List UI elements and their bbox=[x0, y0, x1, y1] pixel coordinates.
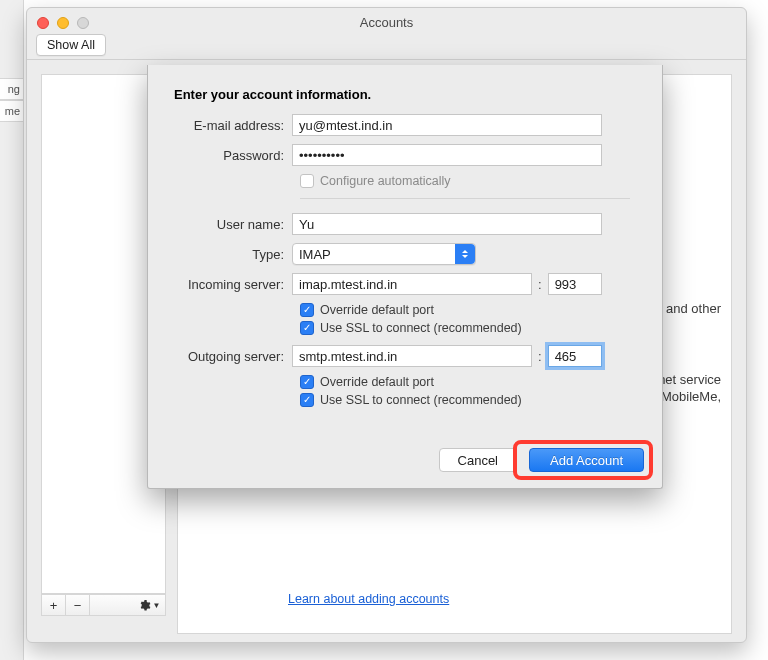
incoming-ssl-checkbox[interactable] bbox=[300, 321, 314, 335]
incoming-server-field[interactable] bbox=[292, 273, 532, 295]
outgoing-override-port-checkbox[interactable] bbox=[300, 375, 314, 389]
type-label: Type: bbox=[174, 247, 292, 262]
add-account-button-primary[interactable]: Add Account bbox=[529, 448, 644, 472]
learn-link[interactable]: Learn about adding accounts bbox=[288, 592, 449, 606]
select-stepper-icon bbox=[455, 244, 475, 264]
password-label: Password: bbox=[174, 148, 292, 163]
window-minimize-icon[interactable] bbox=[57, 17, 69, 29]
accounts-list-footer: + − ▼ bbox=[41, 594, 166, 616]
incoming-port-field[interactable] bbox=[548, 273, 602, 295]
background-row-1: ng bbox=[0, 78, 24, 100]
outgoing-port-field[interactable] bbox=[548, 345, 602, 367]
show-all-button[interactable]: Show All bbox=[36, 34, 106, 56]
gear-icon bbox=[138, 599, 151, 612]
toolbar: Show All bbox=[36, 34, 106, 56]
traffic-lights bbox=[37, 17, 89, 29]
add-account-sheet: Enter your account information. E-mail a… bbox=[147, 65, 663, 489]
window-title: Accounts bbox=[27, 8, 746, 30]
sheet-title: Enter your account information. bbox=[174, 87, 636, 102]
outgoing-ssl-label: Use SSL to connect (recommended) bbox=[320, 393, 522, 407]
outgoing-ssl-checkbox[interactable] bbox=[300, 393, 314, 407]
separator bbox=[300, 198, 630, 199]
email-field[interactable] bbox=[292, 114, 602, 136]
account-type-value: IMAP bbox=[299, 247, 331, 262]
incoming-override-port-label: Override default port bbox=[320, 303, 434, 317]
configure-auto-checkbox[interactable] bbox=[300, 174, 314, 188]
chevron-down-icon: ▼ bbox=[153, 601, 161, 610]
window-titlebar: Accounts Show All bbox=[27, 8, 746, 60]
colon-separator-2: : bbox=[538, 349, 542, 364]
incoming-label: Incoming server: bbox=[174, 277, 292, 292]
username-label: User name: bbox=[174, 217, 292, 232]
configure-auto-label: Configure automatically bbox=[320, 174, 451, 188]
window-zoom-icon bbox=[77, 17, 89, 29]
outgoing-label: Outgoing server: bbox=[174, 349, 292, 364]
add-account-button[interactable]: + bbox=[42, 595, 66, 615]
remove-account-button[interactable]: − bbox=[66, 595, 90, 615]
account-type-select[interactable]: IMAP bbox=[292, 243, 476, 265]
outgoing-override-port-label: Override default port bbox=[320, 375, 434, 389]
cancel-button[interactable]: Cancel bbox=[439, 448, 517, 472]
username-field[interactable] bbox=[292, 213, 602, 235]
incoming-override-port-checkbox[interactable] bbox=[300, 303, 314, 317]
outgoing-server-field[interactable] bbox=[292, 345, 532, 367]
colon-separator: : bbox=[538, 277, 542, 292]
password-field[interactable] bbox=[292, 144, 602, 166]
accounts-actions-menu[interactable]: ▼ bbox=[133, 599, 165, 612]
background-row-2: me bbox=[0, 100, 24, 122]
sheet-button-row: Cancel Add Account bbox=[439, 448, 644, 472]
window-close-icon[interactable] bbox=[37, 17, 49, 29]
email-label: E-mail address: bbox=[174, 118, 292, 133]
incoming-ssl-label: Use SSL to connect (recommended) bbox=[320, 321, 522, 335]
